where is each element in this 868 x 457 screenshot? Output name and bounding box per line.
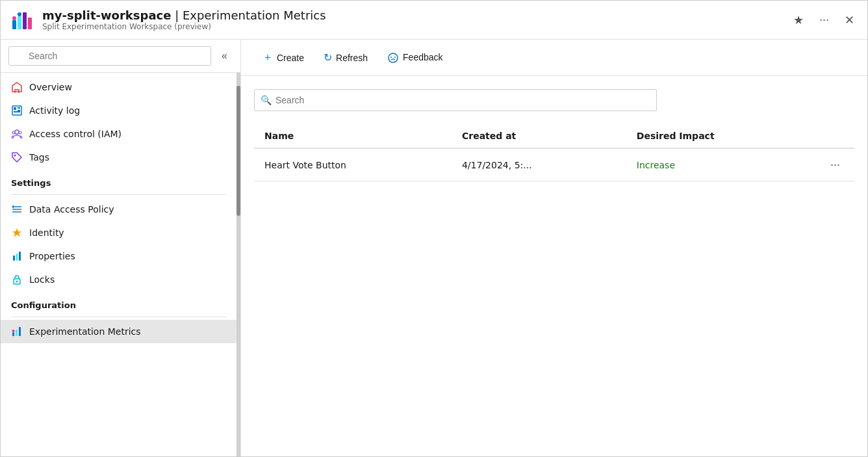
svg-marker-18 <box>12 228 21 237</box>
sidebar-nav: Overview Activity log <box>1 73 236 456</box>
col-name: Name <box>254 124 452 148</box>
sidebar-item-data-access-policy[interactable]: Data Access Policy <box>1 198 236 221</box>
svg-point-23 <box>16 281 18 283</box>
svg-rect-24 <box>12 332 14 336</box>
svg-point-4 <box>12 16 16 20</box>
svg-rect-20 <box>16 254 18 261</box>
svg-rect-9 <box>18 110 20 111</box>
svg-rect-3 <box>28 18 32 29</box>
cell-created-at: 4/17/2024, 5:... <box>452 148 626 181</box>
svg-point-29 <box>390 57 392 58</box>
sidebar-item-overview[interactable]: Overview <box>1 75 236 99</box>
dap-icon <box>11 203 23 215</box>
create-button[interactable]: ＋ Create <box>254 46 313 69</box>
svg-rect-25 <box>16 330 18 336</box>
title-bar-actions: ★ ··· ✕ <box>791 10 857 30</box>
table-row: Heart Vote Button 4/17/2024, 5:... Incre… <box>254 148 854 181</box>
row-actions: ··· <box>816 148 854 181</box>
cell-name: Heart Vote Button <box>254 148 452 181</box>
sidebar-scroll-thumb[interactable] <box>236 86 240 216</box>
sidebar: 🔍 « Overview <box>1 40 241 456</box>
tags-icon <box>11 151 23 163</box>
sidebar-search-area: 🔍 « <box>1 40 240 73</box>
svg-point-27 <box>12 330 15 332</box>
content-search-input[interactable] <box>254 89 657 111</box>
sidebar-item-tags[interactable]: Tags <box>1 146 236 169</box>
title-main: my-split-workspace | Experimentation Met… <box>42 8 326 22</box>
sidebar-collapse-button[interactable]: « <box>216 47 233 64</box>
svg-rect-1 <box>18 16 21 29</box>
sidebar-item-identity[interactable]: Identity <box>1 221 236 244</box>
app-logo <box>11 8 34 32</box>
svg-rect-7 <box>14 107 16 110</box>
close-button[interactable]: ✕ <box>842 10 857 30</box>
svg-point-11 <box>15 130 19 134</box>
svg-rect-26 <box>19 327 21 336</box>
iam-icon <box>11 128 23 140</box>
row-more-button[interactable]: ··· <box>826 157 844 173</box>
main-content: ＋ Create ↻ Refresh Feedback <box>241 40 867 456</box>
toolbar: ＋ Create ↻ Refresh Feedback <box>241 40 867 76</box>
create-label: Create <box>277 53 304 63</box>
title-text: my-split-workspace | Experimentation Met… <box>42 8 326 31</box>
cell-desired-impact: Increase <box>626 148 816 181</box>
col-created-at: Created at <box>452 124 626 148</box>
identity-icon <box>11 227 23 239</box>
svg-point-30 <box>394 57 396 58</box>
svg-point-5 <box>18 12 21 16</box>
title-separator: | <box>175 8 183 22</box>
create-icon: ＋ <box>262 51 273 64</box>
sidebar-item-experimentation-metrics[interactable]: Experimentation Metrics <box>1 320 236 343</box>
more-options-button[interactable]: ··· <box>817 10 832 29</box>
sidebar-item-label: Overview <box>29 82 72 92</box>
activity-icon <box>11 105 23 116</box>
overview-icon <box>11 81 23 93</box>
sidebar-item-label: Tags <box>29 152 49 163</box>
svg-rect-0 <box>12 20 16 29</box>
content-search-wrapper: 🔍 <box>254 89 657 111</box>
locks-icon <box>11 274 23 285</box>
sidebar-item-iam[interactable]: Access control (IAM) <box>1 122 236 146</box>
svg-rect-2 <box>23 12 27 29</box>
content-area: 🔍 Name Created at Desired Impact Heart V… <box>241 76 867 456</box>
svg-rect-8 <box>18 107 20 109</box>
svg-point-14 <box>14 155 16 157</box>
settings-section-label: Settings <box>1 169 236 192</box>
page-title-inline: Experimentation Metrics <box>183 8 326 22</box>
config-divider <box>11 317 226 317</box>
sidebar-scroll-track <box>236 73 240 456</box>
refresh-label: Refresh <box>336 53 368 63</box>
settings-divider <box>11 194 226 195</box>
sidebar-item-locks[interactable]: Locks <box>1 268 236 291</box>
feedback-button[interactable]: Feedback <box>379 47 451 68</box>
col-desired-impact: Desired Impact <box>626 124 816 148</box>
sidebar-item-properties[interactable]: Properties <box>1 244 236 268</box>
sidebar-item-activity-log[interactable]: Activity log <box>1 99 236 122</box>
title-bar: my-split-workspace | Experimentation Met… <box>1 1 867 40</box>
svg-point-28 <box>389 53 398 62</box>
metrics-icon <box>11 326 23 337</box>
refresh-icon: ↻ <box>324 51 332 64</box>
main-layout: 🔍 « Overview <box>1 40 867 456</box>
feedback-label: Feedback <box>403 52 442 62</box>
star-button[interactable]: ★ <box>791 10 806 30</box>
svg-rect-21 <box>19 252 21 261</box>
metrics-table: Name Created at Desired Impact Heart Vot… <box>254 124 854 181</box>
feedback-icon <box>387 51 399 64</box>
content-search-icon: 🔍 <box>261 95 272 105</box>
sidebar-item-label: Experimentation Metrics <box>29 326 141 337</box>
sidebar-item-label: Activity log <box>29 105 80 116</box>
sidebar-item-label: Locks <box>29 274 55 285</box>
svg-rect-10 <box>14 111 20 112</box>
workspace-name: my-split-workspace <box>42 8 171 22</box>
refresh-button[interactable]: ↻ Refresh <box>315 47 376 68</box>
svg-rect-19 <box>13 255 15 261</box>
configuration-section-label: Configuration <box>1 291 236 314</box>
sidebar-item-label: Properties <box>29 251 75 261</box>
sidebar-item-label: Data Access Policy <box>29 204 114 215</box>
sidebar-item-label: Identity <box>29 228 64 238</box>
sidebar-item-label: Access control (IAM) <box>29 129 121 139</box>
sidebar-search-input[interactable] <box>8 46 211 66</box>
title-subtitle: Split Experimentation Workspace (preview… <box>42 22 326 31</box>
properties-icon <box>11 250 23 262</box>
